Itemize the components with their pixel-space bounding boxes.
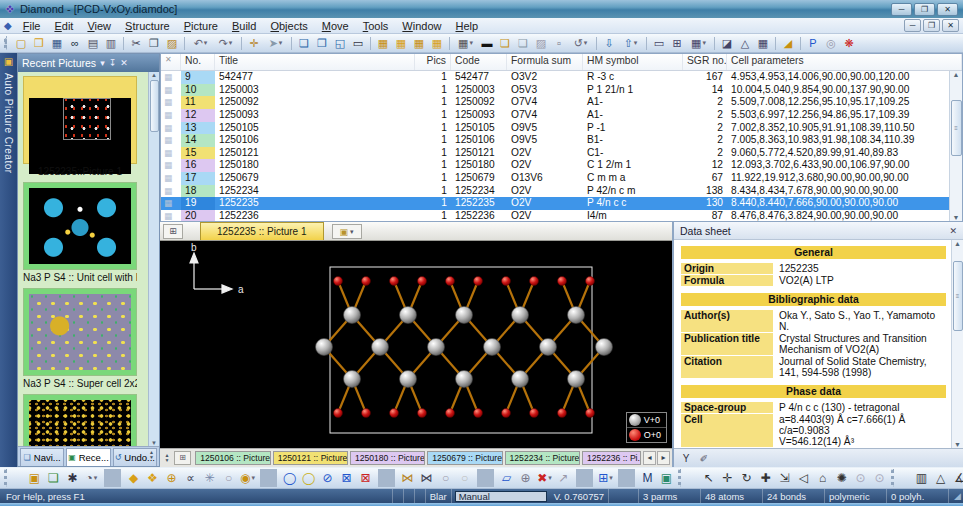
open-document-icon[interactable]: ❒ <box>31 35 47 51</box>
track-next-icon[interactable]: ⊙ <box>871 469 888 487</box>
picture-tab[interactable]: 1252236 :: Pi... <box>582 451 641 465</box>
preview-icon[interactable]: ◔ <box>83 469 100 487</box>
centroid-icon[interactable]: ⊕ <box>517 469 534 487</box>
convert-icon[interactable]: ↗ <box>555 469 572 487</box>
datasheet-scrollbar[interactable]: ▲ ≡ ▼ <box>951 240 963 448</box>
column-header-formula[interactable]: Formula sum <box>507 54 583 70</box>
pov-export-icon[interactable]: M <box>639 469 656 487</box>
translate-tool-icon[interactable]: ✚ <box>757 469 774 487</box>
auto-picture-creator-tab[interactable]: ▣ Auto Picture Creator <box>0 53 17 467</box>
peak-search-icon[interactable]: ◎ <box>823 35 839 51</box>
fill-sphere-icon[interactable]: ◉ <box>239 469 256 487</box>
tab-scroll-left-icon[interactable]: ◂ <box>643 451 656 465</box>
status-mode-field[interactable]: Manual <box>455 491 547 502</box>
redo-icon[interactable]: ↷ <box>214 35 237 51</box>
picture-menu-icon[interactable]: ▣ <box>332 224 362 239</box>
picture-creator-icon[interactable]: ◢ <box>780 35 796 51</box>
panel-tab[interactable]: ▣ Rece... <box>66 448 110 466</box>
rotate-tool-icon[interactable]: ↻ <box>738 469 755 487</box>
picture-update-icon[interactable]: ▫ <box>551 35 567 51</box>
picture-paste-icon[interactable]: ▨ <box>533 35 549 51</box>
menu-item[interactable]: Structure <box>118 19 177 33</box>
window-blank-icon[interactable]: ▭ <box>350 35 366 51</box>
picture-tab[interactable]: 1250121 :: Picture 1 <box>273 451 348 465</box>
move-tool-icon[interactable]: ✛ <box>719 469 736 487</box>
destroy-blue-icon[interactable]: ⊠ <box>338 469 355 487</box>
table-row[interactable]: ▦ 16 1250180 1 1250180 O2V C 1 2/m 1 12 … <box>161 159 949 172</box>
window-restore-icon[interactable]: ◱ <box>332 35 348 51</box>
column-header-title[interactable]: Title <box>215 54 415 70</box>
scroll-down-icon[interactable]: ▼ <box>954 441 961 448</box>
scroll-up-icon[interactable]: ▲ <box>953 71 960 78</box>
tab-grid-icon[interactable]: ⊞ <box>174 451 192 465</box>
column-header-no[interactable]: No. <box>181 54 215 70</box>
create-bond-icon[interactable]: ⋈ <box>399 469 416 487</box>
print-icon[interactable]: ▥ <box>103 35 119 51</box>
scrollbar-thumb[interactable] <box>150 80 159 132</box>
undo-icon[interactable]: ↶ <box>189 35 212 51</box>
table-new-icon[interactable]: ▦ <box>375 35 391 51</box>
powder-pattern-icon[interactable]: P <box>805 35 821 51</box>
menu-item[interactable]: Window <box>395 19 448 33</box>
destroy-red-icon[interactable]: ⊠ <box>357 469 374 487</box>
import-icon[interactable]: ⇩ <box>601 35 617 51</box>
measure-angle-icon[interactable]: ∡ <box>951 469 963 487</box>
build-molecules-icon[interactable]: ❖ <box>144 469 161 487</box>
pin-icon[interactable]: ↧ <box>109 58 117 68</box>
thumbnail[interactable]: Na3 P S4 :: Unit cell with PO... <box>23 182 137 283</box>
scroll-up-icon[interactable]: ▲ <box>954 240 961 247</box>
table-row[interactable]: ▦ 10 1250003 1 1250003 O5V3 P 1 21/n 1 1… <box>161 84 949 97</box>
track-prev-icon[interactable]: ⊙ <box>852 469 869 487</box>
ruler-icon[interactable]: ▥ <box>913 469 930 487</box>
tools-icon[interactable]: ✱ <box>64 469 81 487</box>
column-header-cell-parameters[interactable]: Cell parameters <box>727 54 962 70</box>
thumbnail[interactable]: Na3 P S4 :: Super cell 2x2x2 ... <box>23 288 137 389</box>
coordination-gold-icon[interactable]: ◯ <box>300 469 317 487</box>
window-picture-icon[interactable]: ❏ <box>296 35 312 51</box>
table-row[interactable]: ▦ 18 1252234 1 1252234 O2V P 42/n c m 13… <box>161 185 949 198</box>
spin-down-icon[interactable]: ▼ <box>162 458 172 463</box>
spin-icon[interactable]: ✺ <box>833 469 850 487</box>
packing-icon[interactable]: ⊞ <box>597 469 614 487</box>
panel-close-icon[interactable]: ✕ <box>120 58 128 68</box>
restore-button[interactable]: ❐ <box>914 3 935 16</box>
print-preview-icon[interactable]: ▤ <box>85 35 101 51</box>
edit-icon[interactable]: ✐ <box>696 450 712 466</box>
pan-icon[interactable]: ✛ <box>246 35 262 51</box>
view-mode-icon[interactable]: ▦ <box>454 35 477 51</box>
table-row[interactable]: ▦ 9 542477 1 542477 O3V2 R -3 c 167 4.95… <box>161 71 949 84</box>
menu-item[interactable]: View <box>80 19 118 33</box>
menu-item[interactable]: Move <box>315 19 356 33</box>
new-document-icon[interactable]: ▢ <box>13 35 29 51</box>
rotate-x-icon[interactable]: ⌂ <box>814 469 831 487</box>
table-row[interactable]: ▦ 11 1250092 1 1250092 O7V4 A1- 2 5.509,… <box>161 96 949 109</box>
cut-icon[interactable]: ✂ <box>128 35 144 51</box>
render-icon[interactable]: ❋ <box>841 35 857 51</box>
tab-spinner[interactable]: ▲ ▼ <box>162 453 172 463</box>
structure-viewer[interactable]: b a V+0 O+0 <box>160 241 672 448</box>
menu-item[interactable]: File <box>16 19 48 33</box>
picture-tab[interactable]: 1250106 :: Picture 1 <box>195 451 270 465</box>
close-button[interactable]: ✕ <box>937 3 958 16</box>
cluster-icon[interactable]: ✳ <box>201 469 218 487</box>
table-row[interactable]: ▦ 15 1250121 1 1250121 O2V C1- 2 9.060,5… <box>161 147 949 160</box>
export-icon[interactable]: ⇧ <box>619 35 642 51</box>
thumbnail[interactable] <box>23 394 137 446</box>
scene-icon[interactable]: ▣ <box>658 469 675 487</box>
auto-picture-creator-icon[interactable]: ▣ <box>26 469 43 487</box>
polyhedra-icon[interactable]: ▱ <box>498 469 515 487</box>
resize-grip-icon[interactable]: ◢ <box>949 491 963 501</box>
fragment-icon[interactable]: ○ <box>220 469 237 487</box>
menu-item[interactable]: Objects <box>263 19 314 33</box>
column-header-sgr[interactable]: SGR no. <box>683 54 727 70</box>
picture-copy-icon[interactable]: ❏ <box>515 35 531 51</box>
select-mode-icon[interactable]: ➤ <box>264 35 287 51</box>
build-cell-icon[interactable]: ◆ <box>125 469 142 487</box>
picture-tab[interactable]: 1252234 :: Picture 1 <box>505 451 580 465</box>
history-icon[interactable]: ↺ <box>569 35 592 51</box>
add-atom-icon[interactable]: ⊕ <box>163 469 180 487</box>
hbond-icon[interactable]: ○ <box>437 469 454 487</box>
picture-assistant-icon[interactable]: ❏ <box>45 469 62 487</box>
scrollbar-thumb[interactable]: ≡ <box>951 100 962 156</box>
rotate-y-icon[interactable]: ◁ <box>795 469 812 487</box>
